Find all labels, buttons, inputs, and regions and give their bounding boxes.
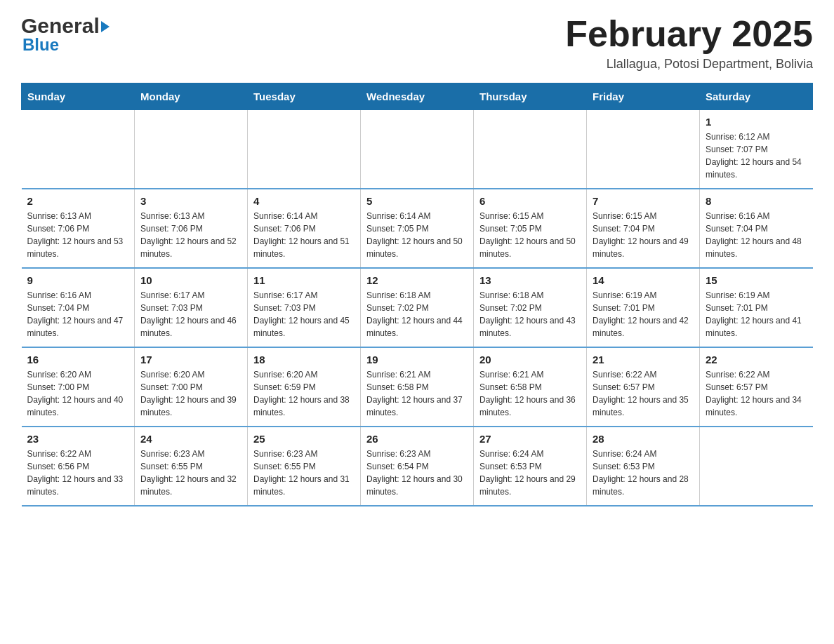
day-number: 13 — [479, 274, 581, 286]
day-number: 1 — [706, 116, 807, 128]
calendar-cell: 7Sunrise: 6:15 AMSunset: 7:04 PMDaylight… — [587, 189, 700, 268]
day-info: Sunrise: 6:15 AMSunset: 7:04 PMDaylight:… — [593, 210, 694, 260]
day-info: Sunrise: 6:18 AMSunset: 7:02 PMDaylight:… — [479, 289, 581, 340]
day-info: Sunrise: 6:14 AMSunset: 7:05 PMDaylight:… — [366, 210, 468, 260]
week-row-1: 1Sunrise: 6:12 AMSunset: 7:07 PMDaylight… — [22, 110, 813, 189]
logo: General Blue — [21, 14, 110, 55]
calendar-cell: 18Sunrise: 6:20 AMSunset: 6:59 PMDayligh… — [248, 347, 361, 427]
day-info: Sunrise: 6:16 AMSunset: 7:04 PMDaylight:… — [706, 210, 807, 260]
day-info: Sunrise: 6:13 AMSunset: 7:06 PMDaylight:… — [140, 210, 241, 260]
day-info: Sunrise: 6:22 AMSunset: 6:57 PMDaylight:… — [706, 368, 807, 419]
day-number: 24 — [140, 433, 241, 445]
day-number: 15 — [706, 274, 807, 286]
calendar-table: SundayMondayTuesdayWednesdayThursdayFrid… — [21, 83, 813, 507]
day-info: Sunrise: 6:12 AMSunset: 7:07 PMDaylight:… — [706, 130, 807, 181]
day-info: Sunrise: 6:19 AMSunset: 7:01 PMDaylight:… — [706, 289, 807, 340]
logo-blue-word: Blue — [21, 35, 110, 55]
calendar-header: SundayMondayTuesdayWednesdayThursdayFrid… — [22, 83, 813, 110]
calendar-cell: 27Sunrise: 6:24 AMSunset: 6:53 PMDayligh… — [474, 427, 587, 506]
calendar-title: February 2025 — [565, 14, 813, 54]
logo-arrow-icon — [101, 21, 110, 32]
day-info: Sunrise: 6:20 AMSunset: 7:00 PMDaylight:… — [27, 368, 129, 419]
day-info: Sunrise: 6:15 AMSunset: 7:05 PMDaylight:… — [479, 210, 581, 260]
calendar-cell: 5Sunrise: 6:14 AMSunset: 7:05 PMDaylight… — [361, 189, 474, 268]
header-monday: Monday — [135, 83, 248, 110]
calendar-cell: 8Sunrise: 6:16 AMSunset: 7:04 PMDaylight… — [700, 189, 813, 268]
header-saturday: Saturday — [700, 83, 813, 110]
calendar-cell: 23Sunrise: 6:22 AMSunset: 6:56 PMDayligh… — [22, 427, 135, 506]
day-number: 21 — [593, 354, 694, 365]
header-thursday: Thursday — [474, 83, 587, 110]
week-row-3: 9Sunrise: 6:16 AMSunset: 7:04 PMDaylight… — [22, 268, 813, 347]
day-info: Sunrise: 6:20 AMSunset: 6:59 PMDaylight:… — [253, 368, 355, 419]
header-sunday: Sunday — [22, 83, 135, 110]
day-info: Sunrise: 6:20 AMSunset: 7:00 PMDaylight:… — [140, 368, 241, 419]
day-number: 26 — [366, 433, 468, 445]
calendar-cell: 4Sunrise: 6:14 AMSunset: 7:06 PMDaylight… — [248, 189, 361, 268]
title-section: February 2025 Llallagua, Potosi Departme… — [565, 14, 813, 72]
day-info: Sunrise: 6:24 AMSunset: 6:53 PMDaylight:… — [593, 448, 694, 498]
calendar-cell — [587, 110, 700, 189]
calendar-cell — [22, 110, 135, 189]
calendar-cell: 1Sunrise: 6:12 AMSunset: 7:07 PMDaylight… — [700, 110, 813, 189]
header-friday: Friday — [587, 83, 700, 110]
calendar-cell: 12Sunrise: 6:18 AMSunset: 7:02 PMDayligh… — [361, 268, 474, 347]
calendar-cell — [361, 110, 474, 189]
day-number: 16 — [27, 354, 129, 365]
header-wednesday: Wednesday — [361, 83, 474, 110]
day-info: Sunrise: 6:24 AMSunset: 6:53 PMDaylight:… — [479, 448, 581, 498]
day-number: 20 — [479, 354, 581, 365]
calendar-cell: 26Sunrise: 6:23 AMSunset: 6:54 PMDayligh… — [361, 427, 474, 506]
day-number: 3 — [140, 195, 241, 207]
logo-general-text: General — [21, 14, 110, 38]
day-number: 7 — [593, 195, 694, 207]
calendar-cell: 2Sunrise: 6:13 AMSunset: 7:06 PMDaylight… — [22, 189, 135, 268]
calendar-cell: 19Sunrise: 6:21 AMSunset: 6:58 PMDayligh… — [361, 347, 474, 427]
day-number: 11 — [253, 274, 355, 286]
calendar-cell — [135, 110, 248, 189]
day-info: Sunrise: 6:23 AMSunset: 6:55 PMDaylight:… — [253, 448, 355, 498]
day-number: 14 — [593, 274, 694, 286]
week-row-5: 23Sunrise: 6:22 AMSunset: 6:56 PMDayligh… — [22, 427, 813, 506]
calendar-body: 1Sunrise: 6:12 AMSunset: 7:07 PMDaylight… — [22, 110, 813, 507]
page-header: General Blue February 2025 Llallagua, Po… — [21, 14, 813, 72]
day-headers-row: SundayMondayTuesdayWednesdayThursdayFrid… — [22, 83, 813, 110]
day-info: Sunrise: 6:14 AMSunset: 7:06 PMDaylight:… — [253, 210, 355, 260]
day-number: 8 — [706, 195, 807, 207]
calendar-cell: 13Sunrise: 6:18 AMSunset: 7:02 PMDayligh… — [474, 268, 587, 347]
week-row-4: 16Sunrise: 6:20 AMSunset: 7:00 PMDayligh… — [22, 347, 813, 427]
calendar-cell: 14Sunrise: 6:19 AMSunset: 7:01 PMDayligh… — [587, 268, 700, 347]
calendar-cell — [700, 427, 813, 506]
day-number: 6 — [479, 195, 581, 207]
day-info: Sunrise: 6:18 AMSunset: 7:02 PMDaylight:… — [366, 289, 468, 340]
calendar-cell: 16Sunrise: 6:20 AMSunset: 7:00 PMDayligh… — [22, 347, 135, 427]
day-number: 27 — [479, 433, 581, 445]
calendar-cell: 17Sunrise: 6:20 AMSunset: 7:00 PMDayligh… — [135, 347, 248, 427]
calendar-cell — [248, 110, 361, 189]
calendar-cell — [474, 110, 587, 189]
day-number: 12 — [366, 274, 468, 286]
day-info: Sunrise: 6:13 AMSunset: 7:06 PMDaylight:… — [27, 210, 129, 260]
calendar-cell: 25Sunrise: 6:23 AMSunset: 6:55 PMDayligh… — [248, 427, 361, 506]
calendar-cell: 15Sunrise: 6:19 AMSunset: 7:01 PMDayligh… — [700, 268, 813, 347]
day-number: 4 — [253, 195, 355, 207]
day-info: Sunrise: 6:23 AMSunset: 6:54 PMDaylight:… — [366, 448, 468, 498]
day-info: Sunrise: 6:21 AMSunset: 6:58 PMDaylight:… — [366, 368, 468, 419]
calendar-cell: 9Sunrise: 6:16 AMSunset: 7:04 PMDaylight… — [22, 268, 135, 347]
calendar-subtitle: Llallagua, Potosi Department, Bolivia — [565, 57, 813, 72]
day-number: 19 — [366, 354, 468, 365]
day-number: 22 — [706, 354, 807, 365]
logo-general-word: General — [21, 14, 100, 38]
day-number: 5 — [366, 195, 468, 207]
day-info: Sunrise: 6:22 AMSunset: 6:56 PMDaylight:… — [27, 448, 129, 498]
day-info: Sunrise: 6:19 AMSunset: 7:01 PMDaylight:… — [593, 289, 694, 340]
day-number: 2 — [27, 195, 129, 207]
calendar-cell: 21Sunrise: 6:22 AMSunset: 6:57 PMDayligh… — [587, 347, 700, 427]
day-number: 28 — [593, 433, 694, 445]
calendar-cell: 6Sunrise: 6:15 AMSunset: 7:05 PMDaylight… — [474, 189, 587, 268]
day-number: 18 — [253, 354, 355, 365]
day-number: 25 — [253, 433, 355, 445]
day-number: 9 — [27, 274, 129, 286]
day-info: Sunrise: 6:16 AMSunset: 7:04 PMDaylight:… — [27, 289, 129, 340]
day-info: Sunrise: 6:17 AMSunset: 7:03 PMDaylight:… — [253, 289, 355, 340]
